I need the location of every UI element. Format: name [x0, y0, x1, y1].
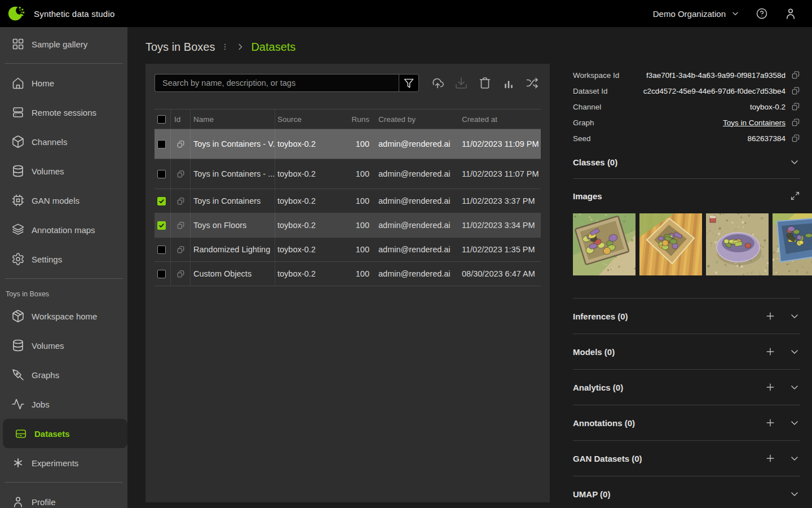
table-row-randomized-lighting[interactable]: Randomized Lightingtoybox-0.2100admin@re…: [155, 238, 541, 262]
field-value[interactable]: Toys in Containers: [723, 119, 785, 127]
sidebar-item-home[interactable]: Home: [0, 68, 127, 98]
add-button[interactable]: [765, 453, 776, 464]
layers-icon: [11, 223, 25, 237]
copy-id-button[interactable]: [176, 246, 185, 254]
sidebar-item-gan-models[interactable]: GAN models: [0, 186, 127, 215]
sidebar-item-profile[interactable]: Profile: [0, 487, 127, 508]
upload-button[interactable]: [431, 76, 444, 90]
expand-section-button[interactable]: [789, 346, 800, 357]
dataset-image-thumbnail-toys-in-box-on-floor[interactable]: [639, 213, 702, 275]
kebab-menu-icon[interactable]: [220, 42, 230, 51]
sidebar-item-channels[interactable]: Channels: [0, 127, 127, 156]
cube-icon: [11, 135, 25, 148]
delete-button[interactable]: [478, 76, 492, 90]
row-checkbox[interactable]: [157, 140, 166, 148]
sidebar-item-annotation-maps[interactable]: Annotation maps: [0, 215, 127, 244]
field-label: Workspace Id: [573, 71, 619, 80]
copy-id-button[interactable]: [176, 270, 185, 278]
dataset-created-by: admin@rendered.ai: [371, 213, 457, 237]
chevron-down-icon: [789, 417, 800, 428]
column-header-id[interactable]: Id: [171, 110, 191, 129]
column-header-name[interactable]: Name: [191, 110, 275, 129]
expand-section-button[interactable]: [789, 417, 800, 428]
copy-field-button[interactable]: [791, 86, 800, 95]
copy-icon: [791, 86, 800, 95]
field-label: Seed: [573, 134, 591, 143]
copy-field-button[interactable]: [791, 71, 800, 80]
table-header: Id Name Source Runs Created by Created a…: [155, 109, 541, 129]
table-row-toys-in-containers[interactable]: Toys in Containerstoybox-0.2100admin@ren…: [155, 189, 541, 213]
section-label: GAN Datasets (0): [573, 454, 642, 463]
sidebar-item-volumes[interactable]: Volumes: [0, 331, 127, 360]
sidebar-item-label: Jobs: [32, 400, 50, 409]
compare-button[interactable]: [526, 76, 539, 90]
expand-section-button[interactable]: [789, 382, 800, 393]
shuffle-icon: [526, 76, 539, 90]
column-header-created-by[interactable]: Created by: [371, 110, 457, 129]
workspace-section-label: Toys in Boxes: [0, 283, 127, 301]
help-icon[interactable]: [756, 7, 768, 20]
filter-button[interactable]: [399, 74, 419, 92]
dataset-name: Randomized Lighting: [191, 238, 275, 261]
chevron-down-icon[interactable]: [789, 156, 800, 168]
column-header-runs[interactable]: Runs: [346, 110, 371, 129]
sidebar-item-settings[interactable]: Settings: [0, 244, 127, 274]
table-row-custom-objects[interactable]: Custom Objectstoybox-0.2100admin@rendere…: [155, 262, 541, 286]
field-value: 862637384: [747, 134, 785, 143]
row-checkbox[interactable]: [157, 221, 166, 230]
add-button[interactable]: [765, 310, 776, 322]
expand-section-button[interactable]: [789, 453, 800, 464]
row-checkbox[interactable]: [157, 246, 166, 254]
copy-field-button[interactable]: [791, 118, 800, 127]
dataset-runs: 100: [346, 129, 371, 159]
table-row-toys-in-containers-v[interactable]: Toys in Containers - V...toybox-0.2100ad…: [155, 129, 541, 159]
analytics-button[interactable]: [502, 76, 515, 90]
copy-id-button[interactable]: [176, 140, 185, 148]
row-checkbox[interactable]: [157, 170, 166, 178]
table-row-toys-on-floors[interactable]: Toys on Floorstoybox-0.2100admin@rendere…: [155, 213, 541, 238]
sidebar-item-label: Datasets: [34, 429, 70, 439]
sidebar-item-label: Volumes: [32, 167, 64, 176]
add-button[interactable]: [765, 417, 776, 428]
dataset-image-thumbnail-toys-in-blue-bin[interactable]: [773, 213, 812, 275]
sidebar-item-datasets[interactable]: Datasets: [3, 419, 127, 448]
add-button[interactable]: [765, 382, 776, 393]
dataset-image-thumbnail-toys-in-purple-bowl[interactable]: [706, 213, 769, 275]
search-input[interactable]: [155, 74, 399, 92]
copy-field-button[interactable]: [791, 134, 800, 143]
sidebar-item-workspace-home[interactable]: Workspace home: [0, 301, 127, 331]
app-title: Synthetic data studio: [34, 9, 114, 19]
add-button[interactable]: [765, 346, 776, 357]
column-header-created-at[interactable]: Created at: [457, 110, 541, 129]
row-checkbox[interactable]: [157, 270, 166, 278]
sidebar-item-sample-gallery[interactable]: Sample gallery: [0, 29, 127, 59]
activity-icon: [11, 397, 25, 411]
sidebar-item-jobs[interactable]: Jobs: [0, 389, 127, 419]
org-selector[interactable]: Demo Organization: [653, 9, 740, 19]
sidebar-item-volumes[interactable]: Volumes: [0, 156, 127, 186]
expand-section-button[interactable]: [789, 310, 800, 322]
copy-id-button[interactable]: [176, 170, 185, 178]
user-icon[interactable]: [784, 7, 797, 20]
copy-field-button[interactable]: [791, 102, 800, 111]
row-checkbox[interactable]: [157, 197, 166, 205]
copy-id-button[interactable]: [176, 197, 185, 205]
table-row-toys-in-containers[interactable]: Toys in Containers - ...toybox-0.2100adm…: [155, 159, 541, 189]
chevron-right-icon: [235, 42, 245, 52]
sidebar-item-label: Sample gallery: [32, 40, 87, 49]
dataset-name: Toys in Containers - V...: [191, 129, 275, 159]
copy-id-button[interactable]: [176, 221, 185, 230]
breadcrumb-workspace[interactable]: Toys in Boxes: [145, 41, 215, 54]
sidebar-item-graphs[interactable]: Graphs: [0, 360, 127, 389]
sidebar-item-remote-sessions[interactable]: Remote sessions: [0, 98, 127, 127]
sidebar-item-experiments[interactable]: Experiments: [0, 448, 127, 478]
column-header-source[interactable]: Source: [275, 110, 346, 129]
dataset-image-thumbnail-toys-in-tray[interactable]: [573, 213, 636, 275]
datasets-icon: [14, 427, 28, 440]
select-all-checkbox[interactable]: [157, 115, 166, 124]
dataset-created-by: admin@rendered.ai: [371, 129, 457, 159]
expand-section-button[interactable]: [789, 488, 800, 500]
expand-icon[interactable]: [790, 191, 800, 201]
dataset-created-at: 08/30/2023 6:47 AM: [457, 262, 541, 286]
copy-icon: [791, 102, 800, 111]
